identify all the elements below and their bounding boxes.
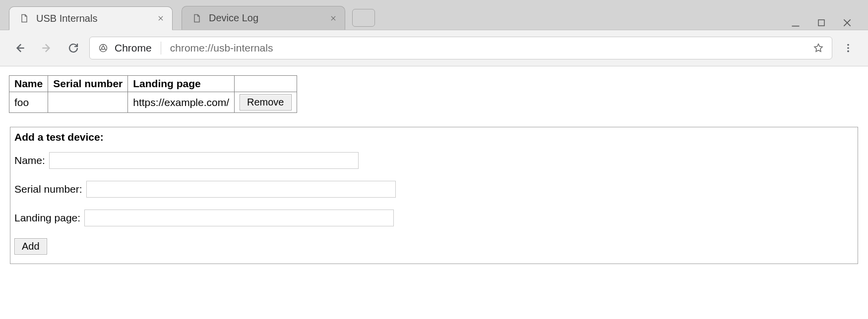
- name-input[interactable]: [49, 152, 359, 169]
- url-scheme-label: Chrome: [115, 42, 152, 54]
- name-label: Name:: [14, 155, 45, 166]
- remove-button[interactable]: Remove: [240, 94, 291, 110]
- add-button[interactable]: Add: [14, 238, 47, 255]
- landing-input[interactable]: [84, 210, 394, 226]
- table-header-name: Name: [9, 76, 48, 92]
- table-header-action: [235, 76, 297, 92]
- page-content: Name Serial number Landing page foo http…: [0, 66, 868, 319]
- window-maximize-icon[interactable]: [814, 16, 828, 30]
- cell-name: foo: [9, 92, 48, 113]
- add-device-panel: Add a test device: Name: Serial number: …: [10, 127, 858, 264]
- landing-label: Landing page:: [14, 212, 80, 224]
- serial-label: Serial number:: [14, 183, 82, 195]
- tab-device-log[interactable]: Device Log: [182, 6, 345, 30]
- svg-point-5: [847, 51, 849, 53]
- table-header-landing: Landing page: [128, 76, 235, 92]
- page-icon: [19, 13, 29, 23]
- table-row: foo https://example.com/ Remove: [9, 92, 297, 113]
- new-tab-button[interactable]: [352, 9, 375, 27]
- tab-strip: USB Internals Device Log: [0, 0, 868, 30]
- svg-point-3: [847, 44, 849, 46]
- svg-rect-0: [818, 20, 824, 26]
- toolbar: Chrome chrome://usb-internals: [0, 30, 868, 66]
- chrome-page-icon: [98, 43, 109, 53]
- window-close-icon[interactable]: [840, 16, 854, 30]
- tab-usb-internals[interactable]: USB Internals: [9, 6, 173, 30]
- forward-button[interactable]: [36, 37, 58, 59]
- table-header-serial: Serial number: [48, 76, 128, 92]
- svg-point-4: [847, 47, 849, 49]
- tab-title: Device Log: [209, 12, 322, 24]
- back-button[interactable]: [9, 37, 31, 59]
- close-icon[interactable]: [155, 13, 166, 24]
- cell-landing: https://example.com/: [128, 92, 235, 113]
- cell-serial: [48, 92, 128, 113]
- device-table: Name Serial number Landing page foo http…: [9, 75, 297, 113]
- browser-menu-button[interactable]: [837, 37, 859, 59]
- close-icon[interactable]: [328, 13, 339, 24]
- window-minimize-icon[interactable]: [789, 16, 803, 30]
- page-icon: [192, 13, 202, 23]
- url-path: chrome://usb-internals: [170, 42, 273, 54]
- reload-button[interactable]: [62, 37, 84, 59]
- add-device-title: Add a test device:: [14, 131, 850, 143]
- tab-title: USB Internals: [36, 13, 149, 24]
- address-bar[interactable]: Chrome chrome://usb-internals: [89, 37, 832, 59]
- serial-input[interactable]: [86, 181, 396, 198]
- bookmark-star-icon[interactable]: [813, 43, 824, 53]
- url-separator: [161, 42, 161, 54]
